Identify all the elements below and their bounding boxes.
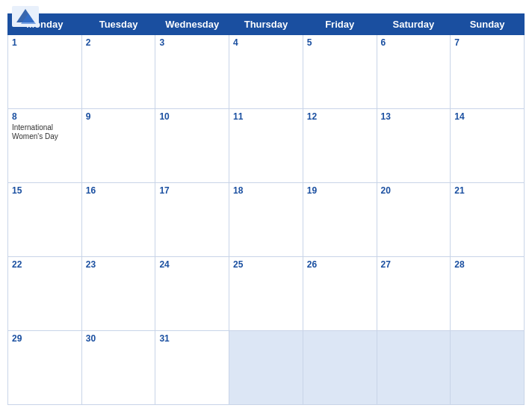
header-thursday: Thursday (229, 14, 303, 35)
day-number: 7 (454, 37, 520, 48)
calendar-cell: 12 (303, 109, 377, 183)
calendar-week-row: 15161718192021 (8, 183, 525, 257)
day-number: 19 (307, 185, 373, 196)
day-number: 22 (12, 259, 78, 270)
day-number: 13 (381, 111, 447, 122)
header-wednesday: Wednesday (155, 14, 229, 35)
day-number: 24 (159, 259, 225, 270)
calendar-cell: 26 (303, 257, 377, 331)
calendar-week-row: 22232425262728 (8, 257, 525, 331)
calendar-week-row: 1234567 (8, 35, 525, 109)
calendar-cell: 27 (377, 257, 451, 331)
day-number: 9 (86, 111, 152, 122)
day-number: 11 (233, 111, 299, 122)
day-number: 1 (12, 37, 78, 48)
calendar-cell: 22 (8, 257, 82, 331)
day-number: 18 (233, 185, 299, 196)
day-number: 3 (159, 37, 225, 48)
calendar-cell: 19 (303, 183, 377, 257)
day-number: 5 (307, 37, 373, 48)
calendar-cell: 7 (451, 35, 525, 109)
header-sunday: Sunday (451, 14, 525, 35)
calendar-cell: 31 (155, 331, 229, 405)
calendar-cell: 25 (229, 257, 303, 331)
day-number: 31 (159, 333, 225, 344)
day-number: 28 (454, 259, 520, 270)
calendar-cell (229, 331, 303, 405)
calendar-cell: 9 (81, 109, 155, 183)
calendar-cell: 30 (81, 331, 155, 405)
logo-icon (12, 6, 39, 27)
day-number: 2 (86, 37, 152, 48)
header-saturday: Saturday (377, 14, 451, 35)
calendar-container: Monday Tuesday Wednesday Thursday Friday… (0, 10, 532, 411)
calendar-cell: 5 (303, 35, 377, 109)
header-friday: Friday (303, 14, 377, 35)
day-number: 21 (454, 185, 520, 196)
calendar-cell: 21 (451, 183, 525, 257)
day-number: 25 (233, 259, 299, 270)
calendar-page: Monday Tuesday Wednesday Thursday Friday… (0, 0, 532, 411)
calendar-cell (303, 331, 377, 405)
calendar-cell: 24 (155, 257, 229, 331)
calendar-cell (377, 331, 451, 405)
day-number: 30 (86, 333, 152, 344)
calendar-cell: 28 (451, 257, 525, 331)
day-number: 12 (307, 111, 373, 122)
calendar-cell (451, 331, 525, 405)
calendar-cell: 15 (8, 183, 82, 257)
calendar-cell: 10 (155, 109, 229, 183)
day-number: 8 (12, 111, 78, 122)
day-number: 20 (381, 185, 447, 196)
day-number: 23 (86, 259, 152, 270)
day-number: 15 (12, 185, 78, 196)
calendar-cell: 11 (229, 109, 303, 183)
calendar-week-row: 8International Women's Day91011121314 (8, 109, 525, 183)
calendar-cell: 6 (377, 35, 451, 109)
day-number: 4 (233, 37, 299, 48)
calendar-week-row: 293031 (8, 331, 525, 405)
calendar-cell: 4 (229, 35, 303, 109)
calendar-cell: 17 (155, 183, 229, 257)
calendar-cell: 1 (8, 35, 82, 109)
logo (12, 6, 39, 28)
calendar-cell: 18 (229, 183, 303, 257)
weekday-header-row: Monday Tuesday Wednesday Thursday Friday… (8, 14, 525, 35)
calendar-cell: 29 (8, 331, 82, 405)
calendar-cell: 16 (81, 183, 155, 257)
day-number: 14 (454, 111, 520, 122)
day-number: 6 (381, 37, 447, 48)
day-number: 17 (159, 185, 225, 196)
calendar-cell: 2 (81, 35, 155, 109)
calendar-cell: 23 (81, 257, 155, 331)
day-number: 27 (381, 259, 447, 270)
header-tuesday: Tuesday (81, 14, 155, 35)
calendar-header (0, 0, 532, 10)
calendar-table: Monday Tuesday Wednesday Thursday Friday… (7, 13, 525, 405)
day-number: 16 (86, 185, 152, 196)
calendar-cell: 14 (451, 109, 525, 183)
day-number: 29 (12, 333, 78, 344)
day-number: 10 (159, 111, 225, 122)
calendar-cell: 8International Women's Day (8, 109, 82, 183)
calendar-cell: 20 (377, 183, 451, 257)
calendar-cell: 13 (377, 109, 451, 183)
day-number: 26 (307, 259, 373, 270)
event-label: International Women's Day (12, 123, 78, 141)
calendar-cell: 3 (155, 35, 229, 109)
